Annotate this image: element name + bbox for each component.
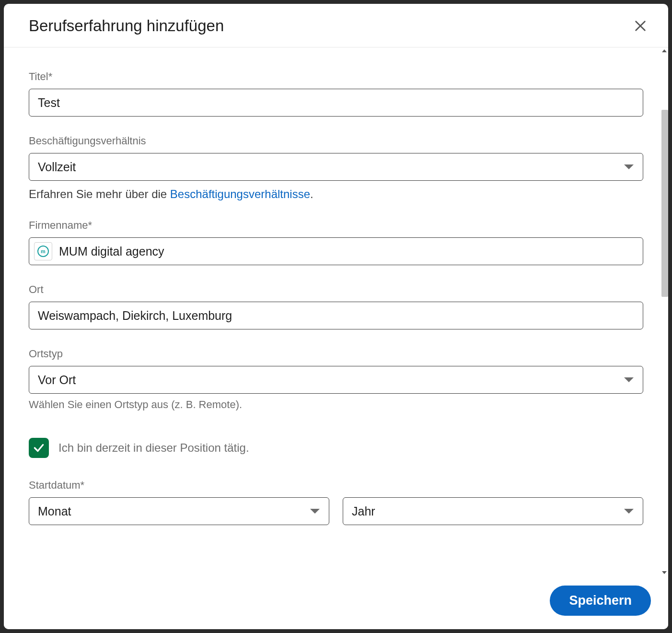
modal-body: Titel* Beschäftigungsverhältnis Vollzeit…	[4, 47, 668, 530]
field-employment-type: Beschäftigungsverhältnis Vollzeit Erfahr…	[29, 135, 643, 201]
location-type-help: Wählen Sie einen Ortstyp aus (z. B. Remo…	[29, 399, 643, 411]
current-position-label: Ich bin derzeit in dieser Position tätig…	[58, 441, 249, 455]
company-value: MUM digital agency	[59, 245, 164, 258]
save-button[interactable]: Speichern	[550, 586, 651, 616]
location-type-select[interactable]: Vor Ort	[29, 366, 643, 394]
scroll-down-icon	[662, 571, 667, 574]
add-experience-modal: Berufserfahrung hinzufügen Titel* Beschä…	[4, 4, 668, 629]
current-position-checkbox[interactable]	[29, 438, 49, 458]
modal-title: Berufserfahrung hinzufügen	[29, 17, 224, 35]
field-location: Ort	[29, 283, 643, 329]
field-location-type: Ortstyp Vor Ort Wählen Sie einen Ortstyp…	[29, 348, 643, 411]
start-month-select[interactable]: Monat	[29, 497, 329, 525]
close-button[interactable]	[631, 16, 650, 35]
close-icon	[634, 19, 647, 33]
employment-types-link[interactable]: Beschäftigungsverhältnisse	[170, 188, 310, 200]
field-title: Titel*	[29, 70, 643, 117]
location-input[interactable]	[29, 302, 643, 329]
employment-type-label: Beschäftigungsverhältnis	[29, 135, 643, 147]
start-date-label: Startdatum*	[29, 479, 643, 492]
modal-footer: Speichern	[4, 576, 668, 629]
company-logo-icon: m	[34, 242, 52, 260]
employment-type-select[interactable]: Vollzeit	[29, 153, 643, 181]
current-position-row: Ich bin derzeit in dieser Position tätig…	[29, 438, 643, 458]
employment-type-help: Erfahren Sie mehr über die Beschäftigung…	[29, 188, 643, 201]
company-input[interactable]: m MUM digital agency	[29, 237, 643, 265]
title-label: Titel*	[29, 70, 643, 83]
location-type-label: Ortstyp	[29, 348, 643, 360]
scroll-up-icon	[662, 49, 667, 52]
scroll-thumb[interactable]	[661, 110, 668, 297]
company-label: Firmenname*	[29, 219, 643, 232]
modal-header: Berufserfahrung hinzufügen	[4, 4, 668, 47]
check-icon	[33, 442, 45, 454]
start-year-select[interactable]: Jahr	[343, 497, 643, 525]
scrollbar[interactable]	[660, 47, 668, 576]
title-input[interactable]	[29, 89, 643, 117]
field-company: Firmenname* m MUM digital agency	[29, 219, 643, 265]
field-start-date: Startdatum* Monat Jahr	[29, 479, 643, 525]
location-label: Ort	[29, 283, 643, 296]
